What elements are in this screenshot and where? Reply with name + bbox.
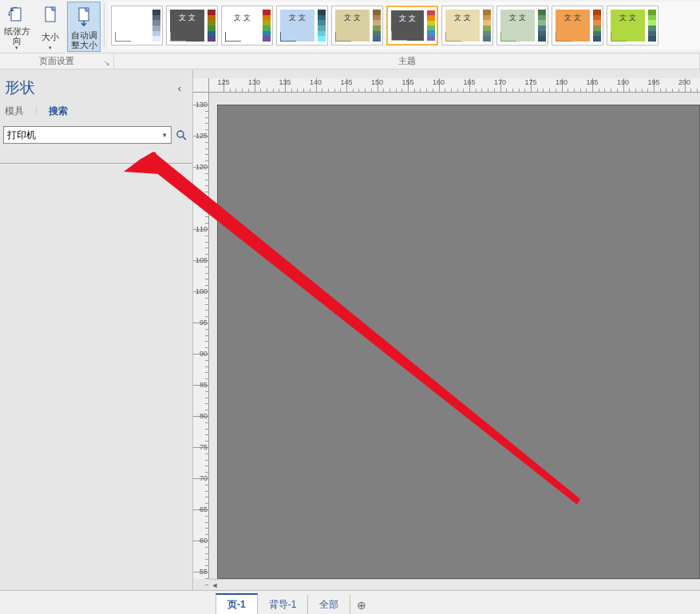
search-input-wrap: ▾ xyxy=(3,126,172,144)
stencil-tab[interactable]: 模具 xyxy=(5,105,24,118)
autosize-label: 自动调整大小 xyxy=(68,30,100,50)
add-page-button[interactable]: ⊕ xyxy=(350,599,373,614)
search-go-button[interactable] xyxy=(173,126,189,144)
all-tab[interactable]: 全部 xyxy=(308,595,350,614)
theme-thumb-3[interactable]: 文 文 xyxy=(221,6,273,46)
ribbon-separator xyxy=(104,3,105,47)
theme-thumb-2[interactable]: 文 文 xyxy=(166,6,218,46)
page-tab-1[interactable]: 页-1 xyxy=(216,593,258,614)
drawing-page[interactable] xyxy=(217,105,700,579)
theme-thumb-8[interactable]: 文 文 xyxy=(496,6,548,46)
collapse-panel-button[interactable]: ‹ xyxy=(173,82,186,94)
shapes-panel: 形状 ‹ 模具 | 搜索 ▾ xyxy=(0,69,193,590)
dialog-launcher-icon[interactable]: ↘ xyxy=(104,59,110,67)
search-row: ▾ xyxy=(0,125,192,149)
shapes-tabs: 模具 | 搜索 xyxy=(0,101,192,125)
ruler-corner xyxy=(193,78,209,93)
orientation-button[interactable]: 纸张方向 xyxy=(0,2,34,52)
horizontal-scrollbar[interactable]: ◄ xyxy=(209,579,700,590)
panel-divider xyxy=(0,163,192,164)
theme-thumb-4[interactable]: 文 文 xyxy=(276,6,328,46)
theme-gallery: 文 文 文 文 文 文 文 文 文 文 文 文 xyxy=(108,2,700,50)
theme-thumb-6[interactable]: 文 文 xyxy=(386,6,438,46)
page-orientation-icon xyxy=(6,3,27,26)
size-button[interactable]: 大小 xyxy=(34,2,67,52)
autosize-button[interactable]: 自动调整大小 xyxy=(67,2,101,52)
ribbon-toolbar: 纸张方向 大小 自动调整大小 文 文 文 文 xyxy=(0,0,700,53)
page-setup-group-label: 页面设置 ↘ xyxy=(0,53,114,69)
theme-thumb-9[interactable]: 文 文 xyxy=(552,6,603,46)
horizontal-ruler: 1251301351401451501551601651701751801851… xyxy=(209,78,700,93)
canvas-area: 1251301351401451501551601651701751801851… xyxy=(193,69,700,590)
search-input[interactable] xyxy=(4,128,158,142)
shapes-title: 形状 xyxy=(5,77,35,98)
autosize-icon xyxy=(73,4,94,28)
scroll-left-arrow[interactable]: ◄ xyxy=(209,580,220,590)
vertical-ruler: 130125120115110105100959085807570656055 xyxy=(193,93,209,579)
shapes-header: 形状 ‹ xyxy=(0,69,192,101)
theme-thumb-1[interactable] xyxy=(111,6,163,46)
theme-thumb-7[interactable]: 文 文 xyxy=(441,6,493,46)
search-dropdown-button[interactable]: ▾ xyxy=(158,131,171,139)
svg-point-3 xyxy=(177,131,184,137)
background-tab[interactable]: 背导-1 xyxy=(258,595,309,614)
main-area: 形状 ‹ 模具 | 搜索 ▾ 1251301351401451501551601… xyxy=(0,69,700,590)
page-tab-bar: 页-1 背导-1 全部 ⊕ xyxy=(0,590,700,614)
search-icon xyxy=(176,129,187,141)
svg-line-4 xyxy=(183,137,186,140)
page-setup-group: 纸张方向 大小 自动调整大小 xyxy=(0,0,101,53)
orientation-label: 纸张方向 xyxy=(0,26,34,46)
ribbon-group-labels: 页面设置 ↘ 主题 xyxy=(0,53,700,69)
page-size-icon xyxy=(40,3,61,27)
theme-group-label: 主题 xyxy=(114,53,700,69)
theme-thumb-5[interactable]: 文 文 xyxy=(331,6,383,46)
theme-thumb-10[interactable]: 文 文 xyxy=(607,6,658,46)
search-tab[interactable]: 搜索 xyxy=(49,105,68,118)
size-label: 大小 xyxy=(42,32,59,42)
